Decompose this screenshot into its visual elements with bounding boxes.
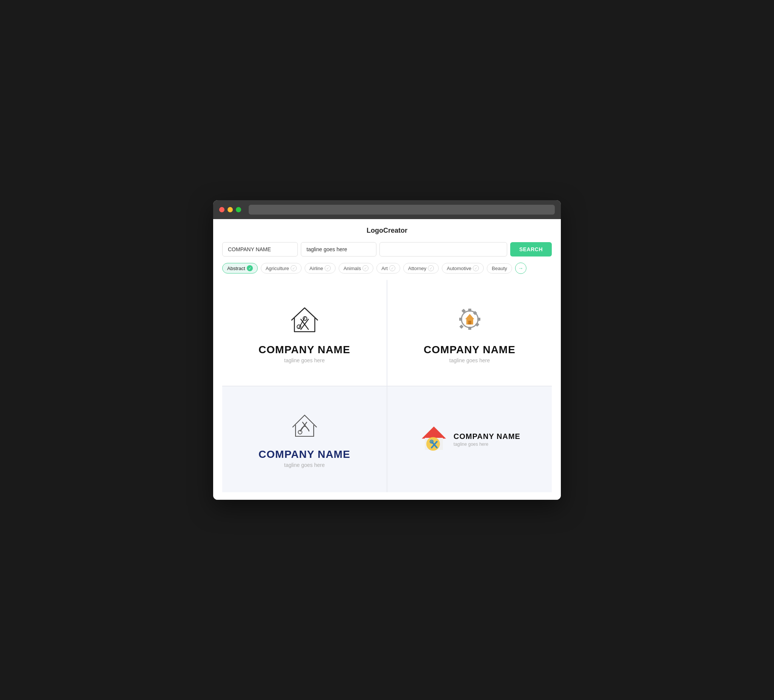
app-content: LogoCreator SEARCH Abstract ✓ Agricultur… (213, 219, 561, 500)
check-icon: ✓ (362, 265, 369, 271)
logo-3-tagline: tagline goes here (284, 462, 325, 468)
tagline-input[interactable] (301, 242, 376, 256)
filter-label: Animals (344, 266, 361, 271)
logo-2-tagline: tagline goes here (449, 357, 490, 363)
check-icon: ✓ (325, 265, 331, 271)
check-icon: ✓ (389, 265, 395, 271)
filter-label: Agriculture (266, 266, 289, 271)
check-icon: ✓ (428, 265, 434, 271)
svg-rect-9 (459, 318, 462, 321)
logo-icon-2 (453, 302, 487, 338)
svg-rect-13 (459, 325, 463, 329)
app-title: LogoCreator (222, 227, 552, 234)
logo-3-company-name: COMPANY NAME (258, 448, 351, 461)
address-bar (249, 205, 555, 215)
logo-1-company-name: COMPANY NAME (258, 344, 351, 356)
filter-bar: Abstract ✓ Agriculture ✓ Airline ✓ Anima… (222, 262, 552, 274)
company-name-input[interactable] (222, 242, 298, 256)
svg-rect-7 (468, 327, 471, 330)
logo-icon-1 (288, 302, 322, 338)
filter-label: Attorney (408, 266, 426, 271)
logo-grid: COMPANY NAME tagline goes here (222, 280, 552, 492)
logo-4-company-name: COMPANY NAME (453, 432, 520, 441)
filter-chip-beauty[interactable]: Beauty (487, 263, 512, 274)
filter-chip-airline[interactable]: Airline ✓ (304, 263, 336, 274)
logo-card-3[interactable]: COMPANY NAME tagline goes here (222, 386, 387, 492)
filter-chip-abstract[interactable]: Abstract ✓ (222, 263, 258, 274)
logo-4-inline: COMPANY NAME tagline goes here (419, 423, 520, 456)
logo-1-tagline: tagline goes here (284, 357, 325, 363)
filter-chip-agriculture[interactable]: Agriculture ✓ (261, 263, 302, 274)
browser-titlebar (213, 200, 561, 219)
filter-chip-art[interactable]: Art ✓ (376, 263, 400, 274)
filter-chip-automotive[interactable]: Automotive ✓ (442, 263, 484, 274)
filter-label: Beauty (492, 266, 507, 271)
filter-chip-attorney[interactable]: Attorney ✓ (403, 263, 439, 274)
svg-marker-20 (422, 426, 446, 439)
svg-marker-14 (465, 314, 474, 319)
logo-2-company-name: COMPANY NAME (423, 344, 516, 356)
filter-next-button[interactable]: → (515, 262, 526, 274)
logo-icon-3 (289, 411, 320, 442)
browser-window: LogoCreator SEARCH Abstract ✓ Agricultur… (213, 200, 561, 500)
svg-rect-6 (468, 309, 471, 312)
minimize-button[interactable] (228, 207, 233, 212)
svg-rect-8 (477, 318, 480, 321)
svg-rect-12 (475, 322, 479, 326)
logo-4-tagline: tagline goes here (453, 442, 520, 447)
logo-card-2[interactable]: COMPANY NAME tagline goes here (387, 280, 552, 386)
filter-label: Automotive (447, 266, 471, 271)
filter-label: Abstract (227, 266, 245, 271)
logo-icon-4 (419, 423, 449, 454)
check-icon: ✓ (473, 265, 479, 271)
logo-card-1[interactable]: COMPANY NAME tagline goes here (222, 280, 387, 386)
filter-label: Art (381, 266, 388, 271)
search-bar: SEARCH (222, 242, 552, 256)
check-icon: ✓ (247, 265, 253, 271)
check-icon: ✓ (291, 265, 297, 271)
filter-chip-animals[interactable]: Animals ✓ (339, 263, 374, 274)
logo-card-4[interactable]: COMPANY NAME tagline goes here (387, 386, 552, 492)
extra-input[interactable] (379, 242, 507, 256)
filter-label: Airline (309, 266, 323, 271)
svg-line-0 (299, 317, 305, 328)
logo-4-text: COMPANY NAME tagline goes here (453, 432, 520, 447)
svg-rect-16 (468, 321, 471, 325)
search-button[interactable]: SEARCH (510, 242, 552, 256)
close-button[interactable] (219, 207, 225, 212)
maximize-button[interactable] (236, 207, 241, 212)
